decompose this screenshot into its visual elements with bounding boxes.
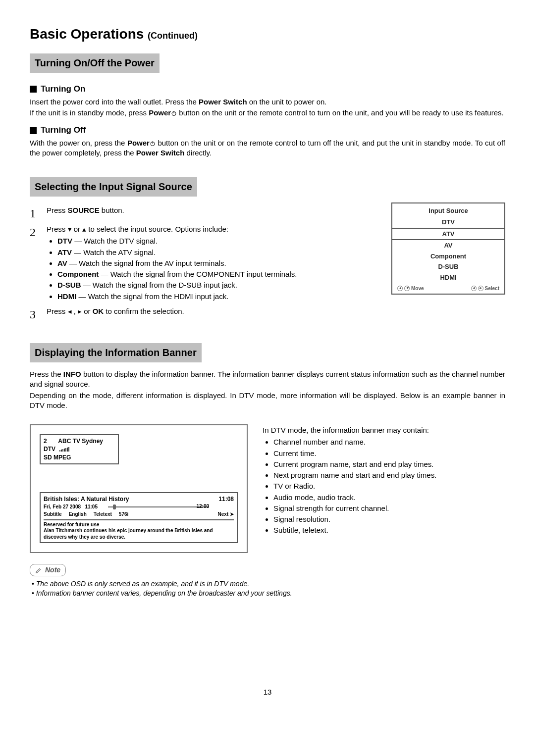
paragraph: In DTV mode, the information banner may … [263, 425, 505, 435]
section-heading-input-source: Selecting the Input Signal Source [30, 177, 197, 197]
pen-icon [35, 567, 42, 574]
osd-item-component: Component [392, 251, 504, 262]
power-icon [150, 141, 156, 147]
paragraph: With the power on, press the Power butto… [30, 138, 505, 158]
step-3: 3 Press ◂ , ▸ or OK to confirm the selec… [30, 306, 376, 322]
osd-item-av: AV [392, 240, 504, 251]
banner-contents-list: Channel number and name. Current time. C… [263, 437, 505, 535]
up-down-icon: ▾ [404, 286, 410, 291]
paragraph: Insert the power cord into the wall outl… [30, 97, 505, 107]
timeline-marker-icon [113, 504, 116, 509]
signal-strength-icon [59, 447, 69, 452]
osd-info-banner: 2 ABC TV Sydney DTV SD MPEG British Isle… [30, 424, 248, 553]
osd-title: Input Source [392, 203, 504, 217]
banner-program-box: British Isles: A Natural History 11:08 F… [40, 492, 238, 543]
paragraph: If the unit is in standby mode, press Po… [30, 108, 505, 118]
note-badge: Note [30, 564, 66, 576]
osd-item-dsub: D-SUB [392, 261, 504, 272]
paragraph: Depending on the mode, different informa… [30, 391, 505, 411]
up-down-icon: ▴ [397, 286, 403, 291]
square-bullet-icon [30, 127, 37, 134]
page-title: Basic Operations (Continued) [30, 25, 505, 44]
left-right-icon: ▸ [478, 286, 483, 291]
subheading-turning-on: Turning On [30, 84, 505, 95]
page-number: 13 [30, 687, 505, 697]
left-right-icon: ◂ [471, 286, 477, 291]
square-bullet-icon [30, 86, 37, 93]
osd-item-dtv: DTV [392, 217, 504, 228]
section-heading-power: Turning On/Off the Power [30, 53, 160, 73]
subheading-turning-off: Turning Off [30, 125, 505, 136]
step-1: 1 Press SOURCE button. [30, 205, 376, 221]
input-options-list: DTV — Watch the DTV signal. ATV — Watch … [47, 236, 376, 302]
note-list: The above OSD is only served as an examp… [30, 579, 505, 598]
osd-input-source: Input Source DTV ATV AV Component D-SUB … [391, 202, 505, 295]
step-2: 2 Press ▾ or ▴ to select the input sourc… [30, 224, 376, 303]
osd-item-atv-selected: ATV [392, 228, 504, 241]
power-icon [171, 110, 177, 116]
banner-channel-box: 2 ABC TV Sydney DTV SD MPEG [40, 434, 119, 464]
paragraph: Press the INFO button to display the inf… [30, 369, 505, 390]
section-heading-info-banner: Displaying the Information Banner [30, 343, 202, 362]
osd-item-hdmi: HDMI [392, 272, 504, 283]
